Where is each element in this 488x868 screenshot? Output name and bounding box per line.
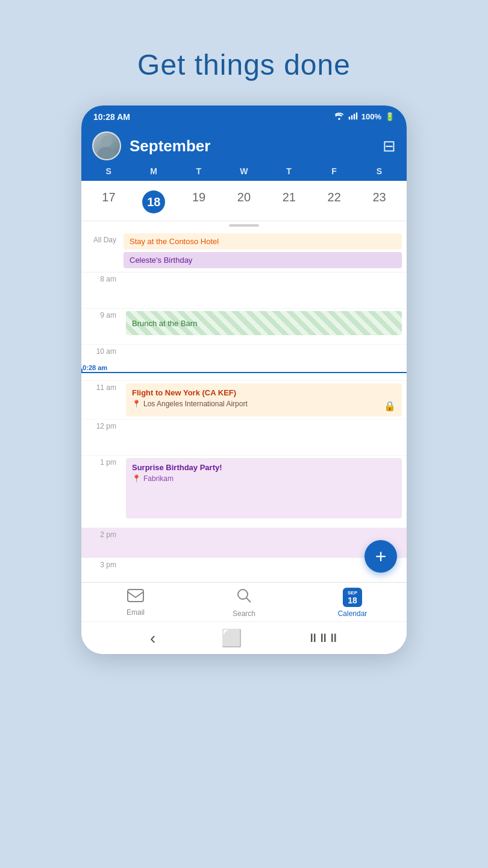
events-3pm bbox=[124, 558, 407, 582]
events-8am bbox=[124, 272, 407, 308]
battery-label: 100% bbox=[361, 112, 381, 121]
dow-wed: W bbox=[222, 166, 267, 176]
dow-sun: S bbox=[86, 166, 131, 176]
svg-point-5 bbox=[98, 147, 115, 160]
calendar-header: September ⊟ bbox=[81, 125, 407, 160]
month-label: September bbox=[130, 137, 210, 156]
events-9am: Brunch at the Barn bbox=[124, 309, 407, 344]
dow-fri: F bbox=[311, 166, 357, 176]
date-18[interactable]: 18 bbox=[131, 187, 177, 217]
time-label-3pm: 3 pm bbox=[81, 558, 124, 582]
dow-tue: T bbox=[177, 166, 222, 176]
current-time-line bbox=[81, 372, 407, 373]
time-label-10am: 10 am bbox=[81, 345, 124, 380]
event-surprise-party[interactable]: Surprise Birthday Party! 📍 Fabrikam bbox=[126, 458, 402, 518]
event-celeste-birthday[interactable]: Celeste's Birthday bbox=[124, 252, 402, 268]
event-contoso-hotel[interactable]: Stay at the Contoso Hotel bbox=[124, 233, 402, 250]
events-1pm: Surprise Birthday Party! 📍 Fabrikam bbox=[124, 456, 407, 527]
svg-point-7 bbox=[238, 590, 248, 599]
scroll-bar bbox=[229, 224, 259, 227]
event-flight-ny[interactable]: Flight to New York (CA KEF) 📍 Los Angele… bbox=[126, 383, 402, 417]
date-23[interactable]: 23 bbox=[357, 187, 402, 217]
surprise-title: Surprise Birthday Party! bbox=[132, 463, 396, 472]
time-label-11am: 11 am bbox=[81, 381, 124, 419]
calendar-view-icon[interactable]: ⊟ bbox=[383, 137, 396, 156]
bottom-nav: Email Search SEP 18 Calendar bbox=[81, 582, 407, 621]
home-button[interactable]: ⬜ bbox=[221, 628, 242, 648]
event-brunch-at-barn[interactable]: Brunch at the Barn bbox=[126, 311, 402, 335]
avatar[interactable] bbox=[92, 131, 121, 160]
wifi-icon bbox=[334, 112, 345, 122]
all-day-section: All Day Stay at the Contoso Hotel Celest… bbox=[81, 230, 407, 272]
date-21[interactable]: 21 bbox=[266, 187, 311, 217]
dow-mon: M bbox=[131, 166, 177, 176]
time-label-9am: 9 am bbox=[81, 309, 124, 344]
page-tagline: Get things done bbox=[137, 48, 351, 81]
status-time: 10:28 AM bbox=[93, 112, 130, 122]
avatar-image bbox=[93, 133, 120, 159]
svg-rect-0 bbox=[349, 117, 350, 120]
flight-location: 📍 Los Angeles International Airport bbox=[132, 400, 396, 408]
events-12pm bbox=[124, 420, 407, 455]
back-button[interactable]: ‹ bbox=[150, 629, 155, 648]
time-label-12pm: 12 pm bbox=[81, 420, 124, 455]
all-day-label: All Day bbox=[81, 233, 124, 268]
time-slot-8am: 8 am bbox=[81, 272, 407, 309]
date-17[interactable]: 17 bbox=[86, 187, 131, 217]
time-slot-10am: 10 am 10:28 am bbox=[81, 345, 407, 381]
svg-rect-3 bbox=[356, 112, 357, 119]
svg-line-8 bbox=[246, 598, 251, 602]
time-slot-11am: 11 am Flight to New York (CA KEF) 📍 Los … bbox=[81, 381, 407, 420]
events-10am: 10:28 am bbox=[124, 345, 407, 380]
date-19[interactable]: 19 bbox=[177, 187, 222, 217]
all-day-events: Stay at the Contoso Hotel Celeste's Birt… bbox=[124, 233, 407, 268]
svg-rect-6 bbox=[128, 590, 143, 602]
nav-email[interactable]: Email bbox=[81, 589, 190, 617]
days-of-week-row: S M T W T F S bbox=[81, 160, 407, 181]
status-bar: 10:28 AM 100% 🔋 bbox=[81, 105, 407, 125]
surprise-location: 📍 Fabrikam bbox=[132, 474, 396, 483]
date-row: 17 18 19 20 21 22 23 bbox=[81, 181, 407, 221]
dow-thu: T bbox=[266, 166, 311, 176]
dow-sat: S bbox=[357, 166, 402, 176]
time-slot-12pm: 12 pm bbox=[81, 420, 407, 456]
search-nav-label: Search bbox=[233, 609, 255, 618]
svg-point-4 bbox=[101, 136, 112, 147]
calendar-nav-label: Calendar bbox=[338, 609, 368, 618]
lock-icon: 🔒 bbox=[384, 400, 396, 412]
events-11am: Flight to New York (CA KEF) 📍 Los Angele… bbox=[124, 381, 407, 419]
nav-calendar[interactable]: SEP 18 Calendar bbox=[298, 588, 407, 618]
calendar-badge-date: 18 bbox=[348, 596, 357, 605]
status-icons: 100% 🔋 bbox=[334, 112, 395, 122]
surprise-location-text: Fabrikam bbox=[143, 474, 174, 483]
search-icon bbox=[236, 588, 252, 607]
flight-title: Flight to New York (CA KEF) bbox=[132, 388, 396, 397]
time-slot-2pm: 2 pm bbox=[81, 528, 407, 558]
scroll-indicator bbox=[81, 221, 407, 230]
email-icon bbox=[127, 589, 144, 606]
svg-rect-1 bbox=[351, 115, 352, 119]
time-label-2pm: 2 pm bbox=[81, 528, 124, 558]
battery-icon: 🔋 bbox=[385, 112, 395, 121]
email-nav-label: Email bbox=[127, 608, 145, 617]
recents-button[interactable]: ⏸⏸⏸ bbox=[307, 631, 338, 645]
nav-search[interactable]: Search bbox=[190, 588, 298, 618]
current-time-label: 10:28 am bbox=[81, 364, 107, 371]
svg-rect-2 bbox=[354, 114, 355, 120]
android-nav-bar: ‹ ⬜ ⏸⏸⏸ bbox=[81, 621, 407, 654]
date-20[interactable]: 20 bbox=[222, 187, 267, 217]
time-slot-1pm: 1 pm Surprise Birthday Party! 📍 Fabrikam bbox=[81, 456, 407, 528]
time-label-8am: 8 am bbox=[81, 272, 124, 308]
add-event-fab[interactable]: + bbox=[364, 540, 397, 573]
time-label-1pm: 1 pm bbox=[81, 456, 124, 527]
flight-location-text: Los Angeles International Airport bbox=[143, 400, 248, 408]
phone-frame: 10:28 AM 100% 🔋 bbox=[81, 105, 407, 654]
time-slot-9am: 9 am Brunch at the Barn bbox=[81, 309, 407, 345]
time-slot-3pm: 3 pm bbox=[81, 558, 407, 582]
surprise-pin-icon: 📍 bbox=[132, 474, 141, 483]
date-22[interactable]: 22 bbox=[311, 187, 357, 217]
signal-icon bbox=[348, 112, 358, 122]
calendar-content: All Day Stay at the Contoso Hotel Celest… bbox=[81, 230, 407, 582]
location-pin-icon: 📍 bbox=[132, 400, 141, 408]
calendar-badge: SEP 18 bbox=[343, 588, 362, 607]
